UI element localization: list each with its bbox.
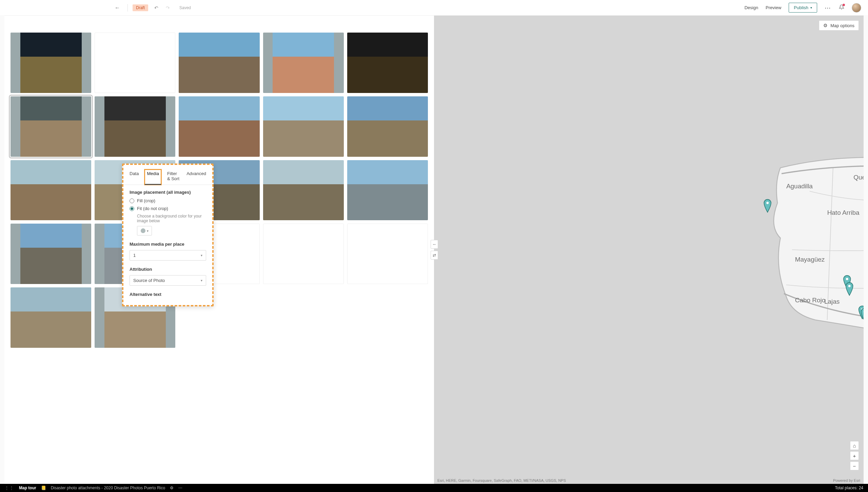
user-avatar[interactable]	[852, 3, 861, 13]
topbar: ← Draft ↶ ↷ Saved Design Preview Publish…	[0, 0, 868, 15]
gallery-pane	[4, 16, 434, 484]
tab-advanced[interactable]: Advanced	[186, 171, 206, 185]
gallery-thumb[interactable]	[95, 96, 175, 157]
max-media-title: Maximum media per place	[130, 242, 206, 247]
map-credits: Esri, HERE, Garmin, Foursquare, SafeGrap…	[437, 478, 566, 482]
gallery-thumb[interactable]	[347, 160, 428, 221]
tab-data[interactable]: Data	[130, 171, 139, 185]
map-options-label: Map options	[830, 23, 854, 28]
gallery-thumb[interactable]	[263, 224, 344, 284]
map-zoom-controls: ⌂ + −	[850, 441, 859, 470]
map-label: Lajas	[824, 298, 840, 305]
radio-fit-nocrop[interactable]: Fit (do not crop)	[130, 206, 206, 211]
saved-label: Saved	[179, 5, 191, 10]
swap-panes-icon[interactable]: ⇄	[431, 251, 438, 260]
chevron-down-icon: ▾	[201, 253, 202, 257]
more-icon[interactable]: ⋯	[178, 486, 183, 490]
bottombar: ⋮⋮ Map tour 📒 Disaster photo attachments…	[0, 484, 868, 492]
map-label: Aguadilla	[786, 183, 813, 190]
map-powered-by: Powered by Esri	[833, 478, 860, 482]
attribution-value: Source of Photo	[133, 278, 165, 283]
gallery-thumb[interactable]	[179, 33, 259, 93]
gallery-thumb[interactable]	[263, 96, 344, 157]
back-arrow-icon[interactable]: ←	[112, 3, 123, 12]
map-label: Quebradillas	[853, 174, 864, 181]
chevron-down-icon: ▾	[147, 229, 149, 233]
map-options-button[interactable]: ⚙ Map options	[819, 20, 859, 31]
gallery-thumb[interactable]	[263, 33, 344, 93]
svg-point-1	[766, 202, 769, 204]
grip-icon[interactable]: ⋮⋮	[5, 486, 14, 490]
draft-badge: Draft	[133, 4, 148, 11]
undo-icon[interactable]: ↶	[153, 4, 160, 11]
more-menu-icon[interactable]: ⋯	[825, 4, 831, 12]
options-panel: Data Media Filter & Sort Advanced Image …	[122, 164, 214, 306]
map-pane[interactable]: ⚙ Map options AguadillaQuebradillasAreci…	[434, 16, 864, 484]
publish-label: Publish	[794, 5, 808, 10]
image-placement-title: Image placement (all images)	[130, 190, 206, 195]
gear-icon[interactable]: ⚙	[170, 486, 174, 490]
main-split: ↔ ⇄ ⚙ Map options AguadillaQuebradillasA…	[4, 15, 864, 484]
chevron-down-icon: ▾	[201, 279, 202, 282]
layer-crumb[interactable]: Disaster photo attachments - 2020 Disast…	[51, 486, 165, 490]
map-label: Mayagüez	[795, 256, 825, 263]
gallery-thumb[interactable]	[347, 33, 428, 93]
gear-icon: ⚙	[823, 23, 828, 28]
bg-color-picker[interactable]: ▾	[137, 226, 152, 235]
map-canvas[interactable]: AguadillaQuebradillasAreciboVega BajaDor…	[434, 16, 864, 484]
max-media-value: 1	[133, 253, 136, 258]
zoom-in-icon[interactable]: +	[850, 451, 859, 460]
gallery-grid	[4, 29, 434, 351]
divider	[127, 4, 128, 12]
gallery-thumb[interactable]	[11, 287, 91, 348]
bg-helper-text: Choose a background color for your image…	[137, 214, 206, 223]
map-label: Hato Arriba	[827, 209, 860, 216]
gallery-thumb[interactable]	[95, 33, 175, 93]
radio-fill-crop[interactable]: Fill (crop)	[130, 198, 206, 203]
map-label: Cabo Rojo	[795, 297, 826, 304]
preview-link[interactable]: Preview	[766, 5, 781, 10]
design-link[interactable]: Design	[745, 5, 758, 10]
expand-horizontal-icon[interactable]: ↔	[431, 240, 438, 249]
tab-media[interactable]: Media	[145, 170, 161, 185]
block-title: Map tour	[19, 486, 36, 490]
svg-point-2	[846, 278, 848, 280]
notifications-icon[interactable]	[839, 4, 844, 11]
options-tabs: Data Media Filter & Sort Advanced	[123, 168, 212, 185]
tab-filter-sort[interactable]: Filter & Sort	[167, 171, 180, 185]
gallery-thumb[interactable]	[11, 160, 91, 221]
zoom-out-icon[interactable]: −	[850, 461, 859, 470]
redo-icon: ↷	[164, 4, 171, 11]
notification-dot-icon	[843, 4, 845, 6]
radio-icon	[130, 198, 134, 203]
radio-fit-label: Fit (do not crop)	[137, 206, 168, 211]
radio-checked-icon	[130, 206, 134, 211]
svg-point-3	[848, 285, 851, 287]
max-media-select[interactable]: 1 ▾	[130, 250, 206, 261]
attribution-title: Attribution	[130, 267, 206, 272]
gallery-thumb[interactable]	[11, 96, 91, 157]
color-swatch-icon	[141, 228, 145, 233]
radio-fill-label: Fill (crop)	[137, 198, 155, 203]
alt-text-title: Alternative text	[130, 292, 206, 297]
gallery-thumb[interactable]	[11, 224, 91, 284]
gallery-thumb[interactable]	[11, 33, 91, 93]
layer-icon: 📒	[41, 486, 46, 490]
attribution-select[interactable]: Source of Photo ▾	[130, 275, 206, 286]
gallery-thumb[interactable]	[347, 224, 428, 284]
gallery-thumb[interactable]	[263, 160, 344, 221]
gallery-thumb[interactable]	[179, 96, 259, 157]
home-icon[interactable]: ⌂	[850, 441, 859, 450]
split-controls: ↔ ⇄	[431, 240, 438, 260]
gallery-thumb[interactable]	[347, 96, 428, 157]
chevron-down-icon: ▾	[810, 6, 812, 10]
publish-button[interactable]: Publish ▾	[789, 3, 817, 13]
total-places: Total places: 24	[835, 486, 863, 490]
